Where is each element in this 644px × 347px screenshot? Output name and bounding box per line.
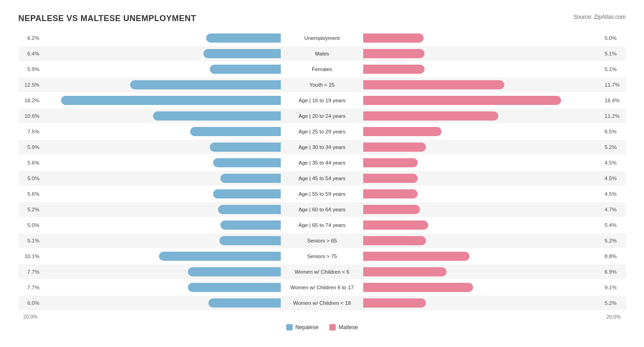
right-bar-wrap <box>363 33 605 43</box>
right-bar <box>363 96 561 105</box>
left-bar <box>190 127 281 136</box>
left-bar <box>188 283 281 292</box>
table-row: 5.6%Age | 55 to 59 years4.5% <box>18 187 626 201</box>
table-row: 10.6%Age | 20 to 24 years11.2% <box>18 109 626 123</box>
table-row: 5.1%Seniors > 655.2% <box>18 233 626 248</box>
right-bar <box>363 65 425 74</box>
left-value: 5.1% <box>20 238 39 243</box>
left-bar <box>213 158 281 167</box>
right-value: 16.4% <box>605 98 624 103</box>
legend-maltese: Maltese <box>329 324 358 330</box>
center-label: Age | 35 to 44 years <box>281 160 363 165</box>
right-bar <box>363 220 428 230</box>
left-bar-wrap <box>39 96 281 105</box>
right-value: 4.5% <box>605 160 624 165</box>
chart-source: Source: ZipAtlas.com <box>573 14 626 20</box>
axis-right-label: 20.0% <box>606 314 626 319</box>
right-bar-wrap <box>363 158 605 167</box>
right-value: 5.1% <box>605 51 624 56</box>
right-bar-wrap <box>363 205 605 214</box>
right-bar-wrap <box>363 111 605 121</box>
right-value: 4.5% <box>605 176 624 181</box>
left-value: 12.5% <box>20 82 39 88</box>
left-bar <box>218 205 281 214</box>
left-value: 6.2% <box>20 35 39 41</box>
right-bar-wrap <box>363 220 605 230</box>
center-label: Seniors > 75 <box>281 253 363 259</box>
left-bar-wrap <box>39 205 281 214</box>
table-row: 6.0%Women w/ Children < 185.2% <box>18 296 626 310</box>
center-label: Age | 25 to 29 years <box>281 129 363 134</box>
right-bar-wrap <box>363 49 605 58</box>
left-bar-wrap <box>39 158 281 167</box>
table-row: 5.9%Females5.1% <box>18 62 626 77</box>
left-bar <box>130 80 281 89</box>
table-row: 10.1%Seniors > 758.8% <box>18 249 626 264</box>
left-bar <box>210 65 281 74</box>
left-bar <box>206 33 281 43</box>
right-bar <box>363 143 426 152</box>
left-bar <box>153 111 281 121</box>
table-row: 5.9%Age | 30 to 34 years5.2% <box>18 140 626 154</box>
left-value: 5.0% <box>20 176 39 181</box>
right-bar-wrap <box>363 236 605 245</box>
table-row: 5.2%Age | 60 to 64 years4.7% <box>18 202 626 217</box>
right-bar-wrap <box>363 298 605 308</box>
center-label: Age | 30 to 34 years <box>281 144 363 150</box>
table-row: 7.5%Age | 25 to 29 years6.5% <box>18 124 626 139</box>
left-value: 5.6% <box>20 160 39 165</box>
left-bar-wrap <box>39 80 281 89</box>
right-bar <box>363 49 425 58</box>
right-bar-wrap <box>363 174 605 183</box>
left-value: 18.2% <box>20 98 39 103</box>
center-label: Females <box>281 66 363 72</box>
center-label: Women w/ Children 6 to 17 <box>281 285 363 290</box>
chart-title: NEPALESE VS MALTESE UNEMPLOYMENT <box>18 14 196 23</box>
right-value: 4.7% <box>605 207 624 212</box>
center-label: Males <box>281 51 363 56</box>
legend-maltese-label: Maltese <box>338 324 358 330</box>
chart-body: 6.2%Unemployment5.0%6.4%Males5.1%5.9%Fem… <box>18 31 626 310</box>
right-bar <box>363 236 426 245</box>
table-row: 5.0%Age | 65 to 74 years5.4% <box>18 218 626 232</box>
right-bar <box>363 111 498 121</box>
left-bar-wrap <box>39 252 281 261</box>
right-bar <box>363 252 469 261</box>
left-bar <box>188 267 281 276</box>
left-value: 10.6% <box>20 113 39 119</box>
right-bar-wrap <box>363 189 605 198</box>
table-row: 7.7%Women w/ Children < 66.9% <box>18 264 626 279</box>
table-row: 12.5%Youth < 2511.7% <box>18 77 626 92</box>
left-value: 7.5% <box>20 129 39 134</box>
right-bar <box>363 205 420 214</box>
center-label: Youth < 25 <box>281 82 363 88</box>
table-row: 18.2%Age | 16 to 19 years16.4% <box>18 93 626 108</box>
right-value: 4.5% <box>605 191 624 197</box>
right-value: 9.1% <box>605 285 624 290</box>
right-bar <box>363 33 424 43</box>
right-value: 5.2% <box>605 300 624 306</box>
center-label: Women w/ Children < 18 <box>281 300 363 306</box>
right-bar-wrap <box>363 267 605 276</box>
center-label: Women w/ Children < 6 <box>281 269 363 275</box>
right-value: 5.0% <box>605 35 624 41</box>
right-value: 5.2% <box>605 238 624 243</box>
left-bar-wrap <box>39 143 281 152</box>
left-value: 7.7% <box>20 269 39 275</box>
left-value: 5.6% <box>20 191 39 197</box>
left-bar <box>203 49 281 58</box>
right-bar-wrap <box>363 127 605 136</box>
right-bar-wrap <box>363 252 605 261</box>
right-bar <box>363 267 447 276</box>
chart-container: NEPALESE VS MALTESE UNEMPLOYMENT Source:… <box>9 9 635 340</box>
left-value: 6.4% <box>20 51 39 56</box>
right-bar-wrap <box>363 143 605 152</box>
left-value: 5.9% <box>20 66 39 72</box>
legend-nepalese-box <box>286 324 293 330</box>
right-value: 5.1% <box>605 66 624 72</box>
left-bar <box>210 143 281 152</box>
table-row: 6.4%Males5.1% <box>18 46 626 61</box>
left-value: 5.9% <box>20 144 39 150</box>
center-label: Age | 20 to 24 years <box>281 113 363 119</box>
right-bar-wrap <box>363 283 605 292</box>
